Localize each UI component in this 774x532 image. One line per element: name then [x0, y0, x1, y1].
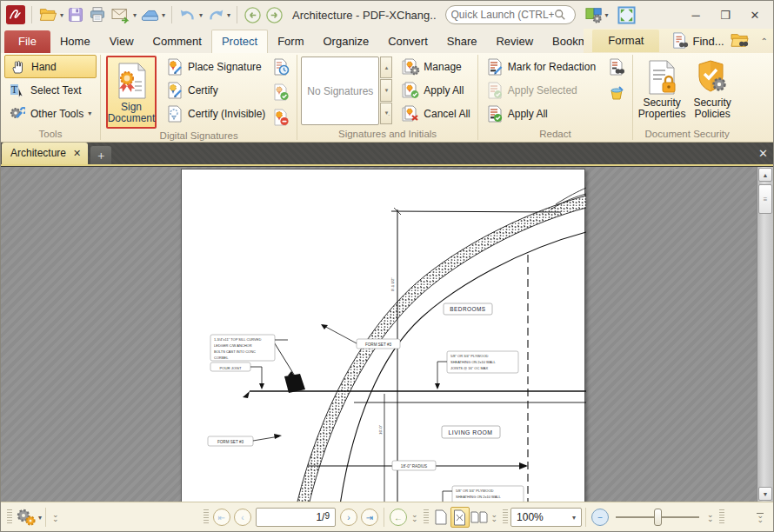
print-button[interactable] [86, 5, 109, 24]
close-button[interactable]: ✕ [740, 4, 770, 25]
tab-home[interactable]: Home [50, 30, 100, 53]
zoom-level-select[interactable]: 100% ▾ [510, 508, 582, 527]
nav-back-button[interactable] [242, 5, 264, 25]
pagenav-grip[interactable] [204, 509, 209, 525]
quick-launch-box[interactable] [445, 5, 576, 24]
tab-convert[interactable]: Convert [378, 30, 437, 53]
scan-dropdown-arrow[interactable]: ▾ [162, 11, 165, 19]
fullscreen-button[interactable] [616, 5, 637, 25]
scrollbar-up-button[interactable]: ▲ [758, 168, 772, 182]
open-button[interactable]: ▾ [37, 5, 65, 24]
first-page-button[interactable]: ⇤ [213, 509, 230, 526]
new-tab-button[interactable]: ＋ [90, 146, 111, 164]
undo-button[interactable]: ▾ [177, 5, 204, 24]
security-properties-button[interactable]: SecurityProperties [637, 55, 687, 128]
document-tab-close-icon[interactable]: ✕ [73, 148, 81, 159]
certify-button[interactable]: Certify [162, 78, 269, 102]
layout-grip[interactable] [424, 509, 429, 525]
history-more-button[interactable]: ⌄⌄ [411, 513, 418, 522]
expand-toolbar-button[interactable]: ⌄⌄ [52, 513, 59, 522]
tab-share[interactable]: Share [437, 30, 487, 53]
zoom-slider-handle[interactable] [654, 509, 662, 526]
hand-tool-button[interactable]: Hand [4, 55, 97, 78]
apply-selected-redactions-button[interactable]: Apply Selected [482, 78, 599, 102]
search-and-redact-button[interactable] [606, 57, 627, 76]
layout-more-button[interactable]: ⌄⌄ [491, 513, 498, 522]
other-tools-dropdown-arrow[interactable]: ▾ [88, 110, 91, 117]
maximize-button[interactable]: ❒ [711, 4, 740, 25]
right-grip[interactable] [719, 509, 724, 525]
last-page-button[interactable]: ⇥ [361, 509, 378, 526]
ui-options-dropdown-arrow[interactable]: ▾ [605, 11, 609, 19]
apply-all-redactions-button[interactable]: Apply All [482, 102, 599, 125]
find-button[interactable]: Find... [671, 32, 724, 50]
scrollbar-down-button[interactable]: ▼ [758, 487, 772, 501]
other-tools-button[interactable]: Other Tools ▾ [4, 102, 97, 125]
redo-dropdown-arrow[interactable]: ▾ [227, 11, 230, 19]
previous-page-button[interactable]: ‹ [234, 509, 251, 526]
close-all-tabs-button[interactable]: ✕ [758, 147, 768, 160]
zoom-dropdown-arrow[interactable]: ▾ [572, 514, 576, 522]
scroll-down-button[interactable]: ▼ [380, 79, 392, 101]
tab-organize[interactable]: Organize [313, 30, 378, 53]
single-page-layout-button[interactable] [431, 507, 450, 528]
statusbar-overflow-button[interactable]: ⌄⌄ [757, 513, 764, 522]
security-policies-button[interactable]: SecurityPolicies [687, 55, 737, 128]
gears-icon [15, 508, 37, 527]
scrollbar-thumb[interactable]: ≡ [758, 184, 772, 214]
manage-signatures-button[interactable]: Manage [397, 55, 473, 78]
mark-for-redaction-button[interactable]: Mark for Redaction [482, 55, 599, 78]
place-signature-button[interactable]: Place Signature [162, 55, 269, 78]
scan-button[interactable]: ▾ [138, 5, 167, 24]
zoom-slider[interactable] [616, 516, 699, 518]
signatures-list[interactable]: No Signatures [301, 57, 379, 125]
cancel-all-signatures-button[interactable]: Cancel All [397, 102, 473, 125]
tab-view[interactable]: View [100, 30, 143, 53]
tab-format[interactable]: Format [592, 30, 659, 52]
document-tab-architecture[interactable]: Architecture ✕ [2, 143, 88, 164]
ui-options-button[interactable]: ▾ [583, 5, 611, 24]
pdf-page[interactable]: BEDROOMS LIVING ROOM FORM SET #3 FORM SE… [181, 169, 585, 502]
sanitize-document-button[interactable] [606, 83, 627, 102]
continuous-layout-button[interactable] [450, 507, 470, 528]
page-number-box[interactable]: 1/9 [256, 508, 336, 527]
tab-file[interactable]: File [4, 30, 50, 53]
redo-button[interactable]: ▾ [204, 5, 232, 24]
validate-signatures-button[interactable] [270, 83, 291, 102]
sign-document-button[interactable]: SignDocument [106, 56, 157, 129]
status-bar: ▾ ⌄⌄ ⇤ ‹ 1/9 › ⇥ ← ⌄⌄ ⌄⌄ 100% ▾ [1, 502, 773, 531]
status-options-button[interactable]: ▾ [15, 508, 42, 527]
nav-forward-button[interactable] [264, 5, 285, 25]
email-button[interactable]: ▾ [109, 5, 138, 24]
timestamp-document-button[interactable] [270, 57, 291, 76]
quick-launch-input[interactable] [451, 9, 554, 21]
minimize-button[interactable]: ─ [681, 4, 711, 25]
find-in-files-button[interactable] [730, 31, 751, 51]
zoom-grip[interactable] [503, 509, 508, 525]
apply-all-signatures-button[interactable]: Apply All [397, 78, 473, 102]
certify-invisible-button[interactable]: Certify (Invisible) [162, 102, 269, 125]
vertical-scrollbar[interactable]: ▲ ≡ ▼ [757, 167, 773, 502]
tab-protect[interactable]: Protect [211, 30, 268, 53]
tab-comment[interactable]: Comment [143, 30, 211, 53]
undo-dropdown-arrow[interactable]: ▾ [199, 11, 203, 19]
two-page-layout-button[interactable] [470, 507, 489, 528]
history-back-button[interactable]: ← [390, 509, 407, 526]
next-page-button[interactable]: › [340, 509, 357, 526]
scroll-up-button[interactable]: ▲ [380, 57, 392, 78]
save-button[interactable] [65, 5, 86, 24]
email-dropdown-arrow[interactable]: ▾ [133, 11, 137, 19]
select-text-button[interactable]: T Select Text [4, 78, 97, 102]
clear-signatures-button[interactable] [270, 108, 291, 127]
tab-review[interactable]: Review [486, 30, 543, 53]
toolbar-grip[interactable] [7, 509, 12, 525]
collapse-ribbon-button[interactable]: ⌃ [761, 37, 768, 46]
apply-selected-redactions-icon [485, 82, 504, 99]
zoom-out-button[interactable]: − [591, 509, 609, 526]
scroll-more-button[interactable]: ▼̱ [380, 103, 392, 124]
zoom-more-button[interactable]: ⌄⌄ [707, 513, 714, 522]
status-options-dropdown-arrow[interactable]: ▾ [38, 514, 42, 522]
document-viewport[interactable]: BEDROOMS LIVING ROOM FORM SET #3 FORM SE… [1, 166, 773, 502]
open-dropdown-arrow[interactable]: ▾ [60, 11, 63, 19]
tab-form[interactable]: Form [268, 30, 313, 53]
